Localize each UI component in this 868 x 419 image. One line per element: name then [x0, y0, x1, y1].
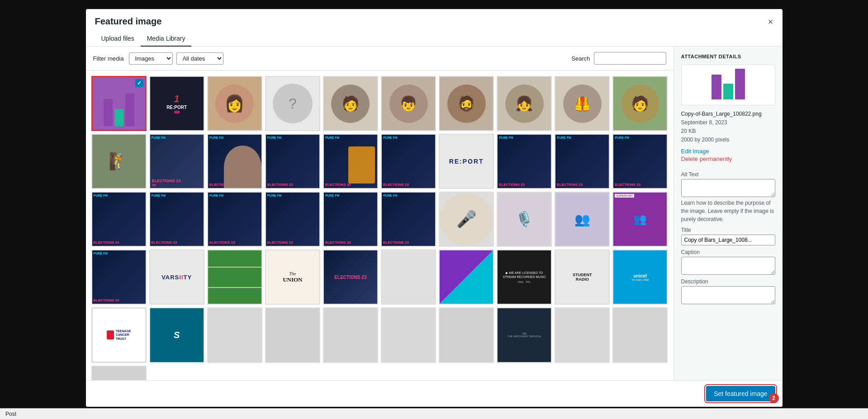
media-item[interactable] [265, 307, 320, 363]
modal-overlay: Featured image × Upload files Media Libr… [0, 0, 868, 419]
media-item[interactable] [91, 366, 147, 380]
media-item[interactable] [207, 250, 262, 305]
bottom-bar-label: Post [5, 411, 16, 417]
alt-text-label: Alt Text [681, 171, 775, 178]
media-item[interactable]: 👥 [555, 192, 610, 247]
description-input[interactable] [681, 286, 775, 304]
modal-header: Featured image × Upload files Media Libr… [86, 9, 783, 47]
media-item[interactable]: ✓ [91, 76, 147, 131]
media-grid: ✓ 1 RE:PORT ▮▮▮ [91, 76, 668, 380]
chart-bar-3 [735, 69, 745, 99]
search-area: Search [571, 52, 666, 65]
media-grid-wrapper: ✓ 1 RE:PORT ▮▮▮ [86, 71, 674, 380]
media-area: Filter media Images Audio Video All date… [86, 47, 674, 380]
filter-date-select[interactable]: All dates [176, 52, 223, 65]
media-item[interactable] [439, 307, 494, 363]
media-item[interactable]: RE:PORT [439, 134, 494, 189]
media-item[interactable]: TEENAGECANCERTRUST [91, 307, 147, 363]
media-item[interactable]: 🧔 [439, 76, 494, 131]
alt-text-learn: Learn how to describe the purpose of the… [681, 199, 775, 223]
media-item[interactable] [439, 250, 494, 305]
media-item[interactable]: S [149, 307, 204, 363]
media-item[interactable]: 🎙️ [497, 192, 552, 247]
description-label: Description [681, 278, 775, 285]
media-item[interactable]: 🎤 [439, 192, 494, 247]
modal-tabs: Upload files Media Library [95, 31, 773, 46]
search-input[interactable] [594, 52, 666, 65]
media-item[interactable]: PURE FM ELECTIONS 23 [265, 134, 320, 189]
tab-upload[interactable]: Upload files [95, 31, 141, 47]
media-item[interactable]: PURE FM ELECTIONS 23 [497, 134, 552, 189]
media-item[interactable]: ELECTIONS 23 [323, 250, 378, 305]
media-item[interactable]: PURE FM ELECTIONS 23 [91, 250, 147, 305]
featured-image-modal: Featured image × Upload files Media Libr… [86, 9, 783, 407]
attachment-preview [681, 65, 775, 105]
media-item[interactable]: VARSIITY [149, 250, 204, 305]
caption-input[interactable] [681, 257, 775, 275]
media-item[interactable]: 1 RE:PORT ▮▮▮ [149, 76, 204, 131]
media-item[interactable]: FMTHE MATCHDAY SERVICE [497, 307, 552, 363]
caption-label: Caption [681, 249, 775, 255]
chart-bar-1 [711, 75, 721, 99]
attachment-dimensions: 2000 by 2000 pixels [681, 136, 775, 144]
attachment-filename: Copy-of-Bars_Large_100822.png [681, 111, 775, 117]
media-item[interactable]: PURE FM ELECTIONS 23 [612, 134, 668, 189]
attachment-section-title: ATTACHMENT DETAILS [681, 54, 775, 59]
attachment-date: September 8, 2023 [681, 119, 775, 127]
media-item[interactable]: 🧑 [612, 76, 668, 131]
delete-permanently-link[interactable]: Delete permanently [681, 155, 775, 162]
modal-body: Filter media Images Audio Video All date… [86, 47, 783, 380]
media-item[interactable]: 👩 [207, 76, 262, 131]
media-item[interactable] [555, 307, 610, 363]
media-item[interactable]: ? [265, 76, 320, 131]
media-item[interactable]: PURE FM ELECTIONS 23 [323, 134, 378, 189]
media-item[interactable]: PURE FM ELECTIONS 23 [207, 192, 262, 247]
badge-number: 2 [769, 393, 779, 403]
modal-title: Featured image [95, 16, 773, 27]
bottom-bar: Post [0, 408, 868, 419]
modal-footer: 2 Set featured image [86, 380, 783, 407]
media-item[interactable] [381, 307, 436, 363]
media-item[interactable]: 🧑 [323, 76, 378, 131]
filter-bar: Filter media Images Audio Video All date… [86, 47, 674, 71]
media-item[interactable]: PURE FM ELECTIONS 23 [91, 192, 147, 247]
tab-media-library[interactable]: Media Library [141, 31, 192, 47]
media-item[interactable]: PURE FM ELECTIONS 23 [323, 192, 378, 247]
close-button[interactable]: × [766, 15, 775, 28]
chart-bar-2 [723, 84, 733, 99]
media-item[interactable]: STUDENTRADIO [555, 250, 610, 305]
media-item[interactable]: PURE FM ELECTIONS 23 [381, 134, 436, 189]
media-item[interactable]: 🦺 [555, 76, 610, 131]
filter-label: Filter media [93, 55, 124, 62]
media-item[interactable]: PURE FM ELECTIONS 23 [149, 192, 204, 247]
attachment-filesize: 20 KB [681, 127, 775, 135]
media-item[interactable]: PURE FM ELECTIONS 23 [207, 134, 262, 189]
title-input[interactable] [681, 235, 775, 245]
selected-check: ✓ [135, 79, 143, 87]
title-label: Title [681, 227, 775, 233]
set-featured-image-button[interactable]: Set featured image [706, 386, 775, 401]
media-item[interactable]: unicef for every child [612, 250, 668, 305]
media-item[interactable] [612, 307, 668, 363]
edit-image-link[interactable]: Edit Image [681, 148, 775, 155]
media-item[interactable] [207, 307, 262, 363]
attachment-sidebar: ATTACHMENT DETAILS Copy-of-Bars_Large_10… [674, 47, 783, 380]
media-item[interactable]: ▶ WE ARE LICENSED TO STREAM RECORDED MUS… [497, 250, 552, 305]
media-item[interactable]: 🧗 [91, 134, 147, 189]
search-label: Search [571, 55, 590, 62]
media-item[interactable]: SUPERFORT 👥 [612, 192, 668, 247]
media-item[interactable]: PURE FM ELECTIONS 23 ▮▮▮ [149, 134, 204, 189]
media-item[interactable]: 👦 [381, 76, 436, 131]
mini-chart [708, 67, 749, 103]
media-item[interactable] [323, 307, 378, 363]
media-item[interactable] [381, 250, 436, 305]
media-item[interactable]: PURE FM ELECTIONS 23 [265, 192, 320, 247]
media-item[interactable]: The UNION [265, 250, 320, 305]
alt-text-input[interactable] [681, 179, 775, 197]
filter-type-select[interactable]: Images Audio Video [129, 52, 173, 65]
media-item[interactable]: 👧 [497, 76, 552, 131]
media-item[interactable]: PURE FM ELECTIONS 23 [555, 134, 610, 189]
media-item[interactable]: PURE FM ELECTIONS 23 [381, 192, 436, 247]
